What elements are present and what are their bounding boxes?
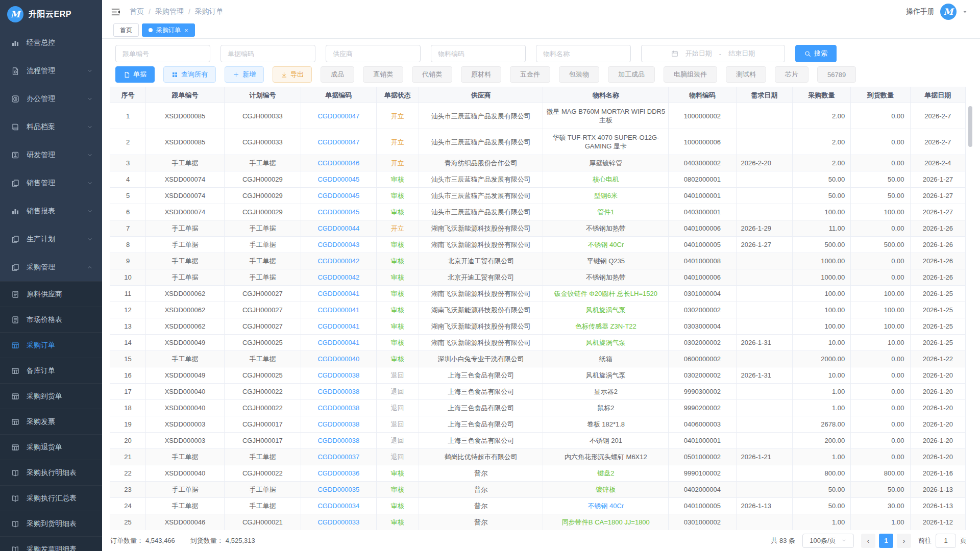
sidebar-subitem[interactable]: 采购发票 [0, 409, 102, 434]
vertical-scrollbar[interactable] [968, 103, 972, 530]
sidebar-subitem[interactable]: 采购到货单 [0, 383, 102, 409]
doc-no-link[interactable]: CGDD000046 [317, 159, 359, 167]
doc-no-link[interactable]: CGDD000047 [317, 112, 359, 120]
doc-no-link[interactable]: CGDD000045 [317, 192, 359, 199]
sidebar-item[interactable]: 料品档案 [0, 113, 102, 141]
sidebar-subitem[interactable]: 采购执行汇总表 [0, 485, 102, 511]
doc-no-link[interactable]: CGDD000038 [317, 437, 359, 444]
doc-no-link[interactable]: CGDD000038 [317, 371, 359, 379]
table-row[interactable]: 7 手工单据 手工单据 CGDD000044 开立 湖南飞沃新能源科技股份有限公… [110, 220, 966, 237]
caret-down-icon[interactable] [962, 9, 968, 15]
table-row[interactable]: 8 手工单据 手工单据 CGDD000043 审核 湖南飞沃新能源科技股份有限公… [110, 237, 966, 253]
table-row[interactable]: 12 XSDD000062 CGJH000027 CGDD000041 审核 湖… [110, 302, 966, 318]
doc-no-link[interactable]: CGDD000036 [317, 469, 359, 477]
doc-no-link[interactable]: CGDD000037 [317, 453, 359, 461]
sidebar-subitem[interactable]: 采购订单 [0, 332, 102, 358]
category-button[interactable]: 五金件 [510, 66, 550, 83]
table-row[interactable]: 19 XSDD000003 CGJH000017 CGDD000038 退回 上… [110, 416, 966, 433]
filter-input[interactable] [431, 45, 526, 62]
table-row[interactable]: 21 手工单据 手工单据 CGDD000037 退回 鹤岗比优特超市有限公司 内… [110, 449, 966, 465]
doc-no-link[interactable]: CGDD000042 [317, 273, 359, 281]
doc-no-link[interactable]: CGDD000041 [317, 339, 359, 346]
table-row[interactable]: 5 XSDD000074 CGJH000029 CGDD000045 审核 汕头… [110, 188, 966, 204]
table-row[interactable]: 23 手工单据 手工单据 CGDD000035 审核 普尔 镀锌板 040200… [110, 482, 966, 498]
doc-no-link[interactable]: CGDD000038 [317, 388, 359, 395]
category-button[interactable]: 芯片 [775, 66, 808, 83]
doc-no-link[interactable]: CGDD000041 [317, 290, 359, 297]
table-row[interactable]: 10 手工单据 手工单据 CGDD000042 审核 北京开迪工贸有限公司 不锈… [110, 269, 966, 286]
search-button[interactable]: 搜索 [795, 45, 837, 62]
doc-no-link[interactable]: CGDD000045 [317, 208, 359, 216]
sidebar-item[interactable]: 办公管理 [0, 85, 102, 113]
sidebar-item[interactable]: 流程管理 [0, 57, 102, 85]
current-page-button[interactable]: 1 [879, 534, 893, 548]
doc-no-link[interactable]: CGDD000040 [317, 355, 359, 363]
table-row[interactable]: 20 XSDD000003 CGJH000017 CGDD000038 退回 上… [110, 433, 966, 449]
table-row[interactable]: 13 XSDD000062 CGJH000027 CGDD000041 审核 湖… [110, 318, 966, 335]
breadcrumb-item[interactable]: 首页 [130, 7, 144, 16]
sidebar-subitem[interactable]: 市场价格表 [0, 307, 102, 332]
tab[interactable]: 首页 × [113, 23, 139, 37]
category-button[interactable]: 电脑组装件 [664, 66, 717, 83]
doc-no-link[interactable]: CGDD000045 [317, 176, 359, 183]
table-row[interactable]: 1 XSDD000085 CGJH000033 CGDD000047 开立 汕头… [110, 103, 966, 129]
doc-no-link[interactable]: CGDD000038 [317, 420, 359, 428]
close-icon[interactable]: × [184, 27, 188, 34]
doc-no-link[interactable]: CGDD000043 [317, 241, 359, 248]
doc-no-link[interactable]: CGDD000047 [317, 138, 359, 146]
sidebar-subitem[interactable]: 采购到货明细表 [0, 511, 102, 536]
next-page-button[interactable]: › [897, 534, 911, 548]
table-row[interactable]: 15 手工单据 手工单据 CGDD000040 审核 深圳小白兔专业干洗有限公司… [110, 351, 966, 367]
table-row[interactable]: 9 手工单据 手工单据 CGDD000042 审核 北京开迪工贸有限公司 平键钢… [110, 253, 966, 269]
table-row[interactable]: 3 手工单据 手工单据 CGDD000046 开立 青海纺织品股份合作公司 厚壁… [110, 155, 966, 171]
table-row[interactable]: 25 XSDD000046 CGJH000021 CGDD000033 审核 普… [110, 514, 966, 531]
sidebar-item[interactable]: 销售管理 [0, 169, 102, 197]
breadcrumb-item[interactable]: 采购管理 [155, 7, 184, 16]
doc-no-link[interactable]: CGDD000034 [317, 502, 359, 510]
date-range-picker[interactable]: 开始日期 - 结束日期 [641, 45, 785, 62]
tab[interactable]: 采购订单 × [142, 23, 195, 37]
table-row[interactable]: 17 XSDD000040 CGJH000022 CGDD000038 退回 上… [110, 384, 966, 400]
category-button[interactable]: 成品 [321, 66, 354, 83]
avatar[interactable]: M [940, 4, 957, 20]
sidebar-item[interactable]: 采购管理 [0, 253, 102, 281]
filter-input[interactable] [536, 45, 631, 62]
sidebar-item[interactable]: 生产计划 [0, 225, 102, 253]
sidebar-item[interactable]: 销售报表 [0, 197, 102, 225]
doc-no-link[interactable]: CGDD000033 [317, 518, 359, 526]
sidebar-item[interactable]: 研发管理 [0, 141, 102, 169]
category-button[interactable]: 包装物 [559, 66, 599, 83]
prev-page-button[interactable]: ‹ [861, 534, 875, 548]
toolbar-button[interactable]: 新增 [225, 66, 264, 83]
scrollbar-thumb[interactable] [968, 106, 972, 147]
doc-no-link[interactable]: CGDD000035 [317, 486, 359, 493]
table-row[interactable]: 14 XSDD000049 CGJH000025 CGDD000041 审核 湖… [110, 335, 966, 351]
goto-page-input[interactable] [936, 534, 956, 548]
toolbar-button[interactable]: 查询所有 [163, 66, 216, 83]
manual-link[interactable]: 操作手册 [906, 7, 935, 16]
table-row[interactable]: 18 XSDD000040 CGJH000022 CGDD000038 退回 上… [110, 400, 966, 416]
category-button[interactable]: 代销类 [412, 66, 452, 83]
doc-no-link[interactable]: CGDD000041 [317, 322, 359, 330]
table-row[interactable]: 2 XSDD000085 CGJH000033 CGDD000047 开立 汕头… [110, 129, 966, 155]
sidebar-subitem[interactable]: 采购执行明细表 [0, 460, 102, 485]
breadcrumb-item[interactable]: 采购订单 [195, 7, 224, 16]
toolbar-button[interactable]: 单据 [115, 66, 155, 83]
table-row[interactable]: 22 XSDD000040 CGJH000022 CGDD000036 审核 普… [110, 465, 966, 482]
category-button[interactable]: 原材料 [461, 66, 501, 83]
doc-no-link[interactable]: CGDD000042 [317, 257, 359, 265]
table-row[interactable]: 24 手工单据 手工单据 CGDD000034 审核 普尔 不锈钢 40Cr 0… [110, 498, 966, 514]
doc-no-link[interactable]: CGDD000041 [317, 306, 359, 314]
table-row[interactable]: 6 XSDD000074 CGJH000029 CGDD000045 审核 汕头… [110, 204, 966, 220]
filter-input[interactable] [326, 45, 421, 62]
collapse-sidebar-icon[interactable] [111, 7, 120, 17]
doc-no-link[interactable]: CGDD000038 [317, 404, 359, 412]
sidebar-subitem[interactable]: 原料供应商 [0, 281, 102, 307]
page-size-select[interactable]: 100条/页 [802, 534, 854, 548]
table-row[interactable]: 11 XSDD000062 CGJH000027 CGDD000041 审核 湖… [110, 286, 966, 302]
table-row[interactable]: 16 XSDD000049 CGJH000025 CGDD000038 退回 上… [110, 367, 966, 384]
toolbar-button[interactable]: 导出 [273, 66, 312, 83]
sidebar-subitem[interactable]: 采购退货单 [0, 434, 102, 460]
category-button[interactable]: 56789 [817, 66, 856, 83]
doc-no-link[interactable]: CGDD000044 [317, 224, 359, 232]
